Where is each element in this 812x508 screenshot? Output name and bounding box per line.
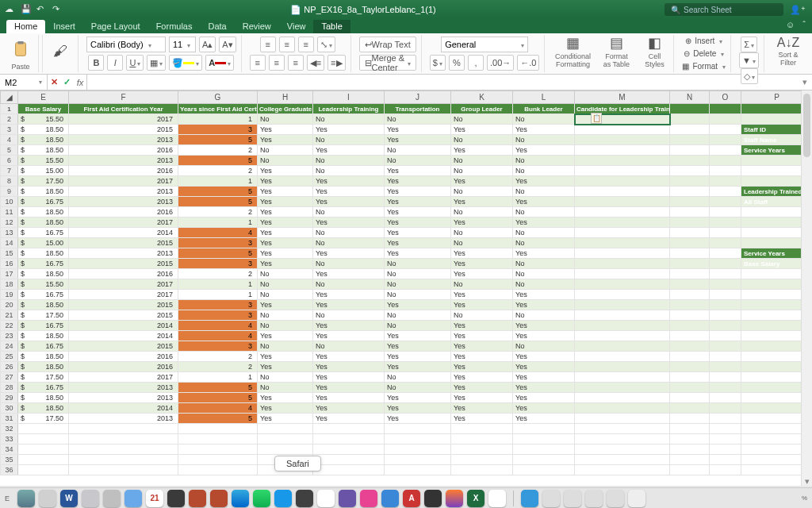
- bold-button[interactable]: B: [88, 55, 104, 71]
- table-row[interactable]: 30$18.5020144YesYesYesYesYes: [1, 403, 813, 414]
- table-header[interactable]: College Graduate: [258, 104, 313, 114]
- dock-app[interactable]: [82, 490, 99, 507]
- table-row[interactable]: 26$18.5020162YesYesYesYesYes: [1, 362, 813, 372]
- align-center-icon[interactable]: ≡: [269, 55, 285, 71]
- row-header[interactable]: 28: [1, 383, 18, 393]
- dock-app[interactable]: [542, 490, 560, 507]
- dock-app[interactable]: X: [467, 490, 485, 507]
- table-row[interactable]: 12$18.5020171YesYesYesYesYes: [1, 217, 813, 228]
- table-row[interactable]: 2$15.5020171NoNoNoNoNo: [1, 114, 813, 125]
- row-header[interactable]: 13: [1, 228, 18, 238]
- row-header[interactable]: 26: [1, 362, 18, 372]
- col-header-E[interactable]: E: [18, 91, 69, 104]
- fx-icon[interactable]: fx: [77, 78, 84, 87]
- table-row[interactable]: 31$17.5020135YesYesYesYesYes: [1, 414, 813, 424]
- share-icon[interactable]: 👤⁺: [790, 5, 806, 15]
- decrease-indent-icon[interactable]: ◀≡: [307, 55, 324, 71]
- borders-button[interactable]: ▦: [147, 55, 166, 71]
- table-header[interactable]: First Aid Certification Year: [69, 104, 178, 114]
- table-header[interactable]: Leadership Training: [313, 104, 385, 114]
- table-row[interactable]: 13$16.7520144YesNoYesNoNo: [1, 228, 813, 238]
- row-header[interactable]: 27: [1, 372, 18, 383]
- cancel-formula-icon[interactable]: ✕: [51, 77, 58, 87]
- dock-app[interactable]: [446, 490, 463, 507]
- row-header[interactable]: 19: [1, 290, 18, 300]
- row-header[interactable]: 31: [1, 414, 18, 424]
- currency-icon[interactable]: $: [430, 55, 446, 71]
- tab-review[interactable]: Review: [235, 20, 279, 33]
- table-header[interactable]: Base Salary: [18, 104, 69, 114]
- row-header[interactable]: 9: [1, 187, 18, 197]
- dock-app[interactable]: [317, 490, 335, 507]
- merge-center-button[interactable]: ⊟ Merge & Center: [359, 55, 416, 71]
- tab-data[interactable]: Data: [200, 20, 234, 33]
- tab-page-layout[interactable]: Page Layout: [83, 20, 148, 33]
- table-row[interactable]: 25$18.5020162YesYesYesYesYes: [1, 352, 813, 362]
- row-header[interactable]: 18: [1, 279, 18, 290]
- row-header[interactable]: 15: [1, 248, 18, 259]
- dock-app[interactable]: [521, 490, 538, 507]
- format-as-table-button[interactable]: ▤Format as Table: [600, 37, 632, 65]
- dock-app[interactable]: [564, 490, 581, 507]
- col-header-O[interactable]: O: [710, 91, 741, 104]
- row-header[interactable]: 25: [1, 352, 18, 362]
- dock-app[interactable]: [232, 490, 249, 507]
- dock-app[interactable]: [488, 490, 506, 507]
- align-top-icon[interactable]: ≡: [260, 37, 276, 52]
- dock-app[interactable]: [274, 490, 292, 507]
- dock-app[interactable]: [189, 490, 206, 507]
- expand-formula-icon[interactable]: ▾: [798, 77, 812, 87]
- row-header[interactable]: 14: [1, 238, 18, 248]
- table-header[interactable]: Group Leader: [451, 104, 513, 114]
- collapse-ribbon-icon[interactable]: ˆ: [802, 20, 806, 29]
- row-header[interactable]: 1: [1, 104, 18, 114]
- tab-home[interactable]: Home: [6, 20, 45, 33]
- decrease-decimal-icon[interactable]: ←.0: [517, 55, 539, 71]
- dock-app[interactable]: [17, 490, 35, 507]
- row-header[interactable]: 12: [1, 217, 18, 228]
- table-header[interactable]: Candidate for Leadership Training: [575, 104, 670, 114]
- dock-app[interactable]: [381, 490, 399, 507]
- save-icon[interactable]: 💾: [21, 4, 32, 15]
- font-name-select[interactable]: Calibri (Body): [86, 37, 166, 52]
- tab-table[interactable]: Table: [313, 20, 350, 33]
- row-header[interactable]: 22: [1, 321, 18, 331]
- row-header[interactable]: 21: [1, 310, 18, 321]
- increase-font-icon[interactable]: A▴: [199, 37, 216, 52]
- table-row[interactable]: 21$17.5020153NoNoNoNoNo: [1, 310, 813, 321]
- row-header[interactable]: 4: [1, 135, 18, 145]
- dock-app[interactable]: [424, 490, 442, 507]
- smiley-icon[interactable]: ☺: [786, 20, 795, 29]
- row-header[interactable]: 3: [1, 125, 18, 135]
- conditional-formatting-button[interactable]: ▦Conditional Formatting: [553, 37, 592, 65]
- table-row[interactable]: 3$18.5020153YesYesYesYesYesStaff ID: [1, 125, 813, 135]
- redo-icon[interactable]: ↷: [52, 4, 63, 15]
- percent-icon[interactable]: %: [449, 55, 465, 71]
- table-row[interactable]: 8$17.5020171YesYesYesYesYes: [1, 176, 813, 187]
- table-row[interactable]: 7$15.0020162YesNoYesNoNo: [1, 166, 813, 176]
- table-header[interactable]: Transportation: [385, 104, 451, 114]
- paste-button[interactable]: [8, 37, 33, 62]
- col-header-L[interactable]: L: [513, 91, 575, 104]
- format-painter-icon[interactable]: 🖌: [48, 37, 73, 65]
- col-header-K[interactable]: K: [451, 91, 513, 104]
- number-format-select[interactable]: General: [441, 37, 528, 52]
- fill-icon[interactable]: ▼: [739, 52, 759, 68]
- dock-app[interactable]: [39, 490, 56, 507]
- dock-app[interactable]: [253, 490, 270, 507]
- underline-button[interactable]: U: [126, 55, 144, 71]
- cell-styles-button[interactable]: ◧Cell Styles: [640, 37, 668, 65]
- row-header[interactable]: 5: [1, 145, 18, 156]
- wrap-text-button[interactable]: ↩ Wrap Text: [359, 37, 416, 52]
- table-row[interactable]: 24$16.7520153NoNoYesYesNo: [1, 341, 813, 352]
- paste-options-icon[interactable]: 📋: [591, 113, 602, 124]
- col-header-H[interactable]: H: [258, 91, 313, 104]
- name-box[interactable]: M2▾: [0, 75, 48, 90]
- dock-app[interactable]: [124, 490, 142, 507]
- table-row[interactable]: 17$18.5020162NoYesNoYesNo: [1, 269, 813, 279]
- spreadsheet-grid[interactable]: ◢EFGHIJKLMNOP 1Base SalaryFirst Aid Cert…: [0, 90, 812, 486]
- dock-app[interactable]: W: [60, 490, 78, 507]
- row-header[interactable]: 11: [1, 207, 18, 217]
- increase-indent-icon[interactable]: ≡▶: [327, 55, 345, 71]
- row-header[interactable]: 29: [1, 393, 18, 403]
